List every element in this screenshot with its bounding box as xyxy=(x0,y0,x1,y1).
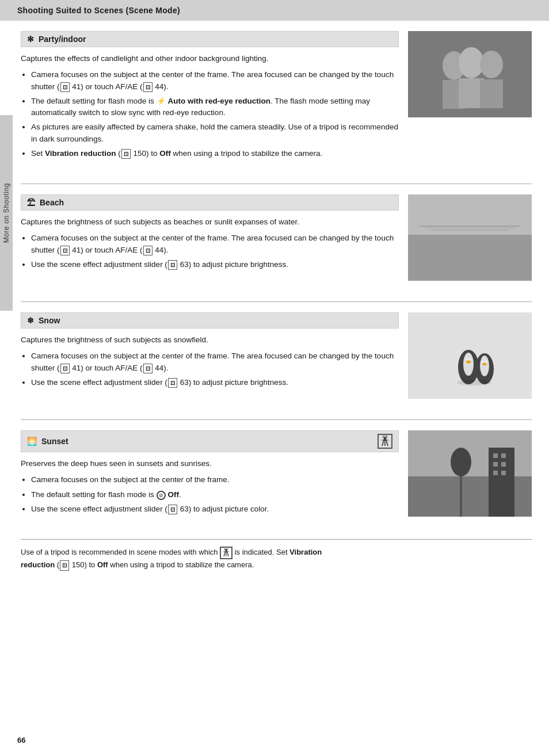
party-image xyxy=(408,31,532,117)
party-description: Captures the effects of candlelight and … xyxy=(21,53,399,64)
party-bullet-4: Set Vibration reduction (⊡ 150) to Off w… xyxy=(31,148,399,159)
sunset-bullet-1: Camera focuses on the subject at the cen… xyxy=(31,474,399,486)
party-bullet-1: Camera focuses on the subject at the cen… xyxy=(31,69,399,93)
beach-svg xyxy=(408,194,532,281)
sunset-bullet-3: Use the scene effect adjustment slider (… xyxy=(31,503,399,515)
svg-point-18 xyxy=(466,358,468,360)
sunset-section: 🌅 Sunset Preserves the xyxy=(21,430,532,528)
snow-header: ❄ Snow xyxy=(21,312,399,329)
svg-rect-41 xyxy=(493,471,498,475)
divider-3 xyxy=(21,419,532,420)
ref-icon-6: ⊡ xyxy=(168,260,177,270)
snow-bullets: Camera focuses on the subject at the cen… xyxy=(21,350,399,388)
sidebar-text: More on Shooting xyxy=(2,183,10,243)
beach-left: ⛱ Beach Captures the brightness of such … xyxy=(21,194,399,281)
beach-description: Captures the brightness of such subjects… xyxy=(21,216,399,228)
svg-point-17 xyxy=(463,353,474,376)
beach-bullet-2: Use the scene effect adjustment slider (… xyxy=(31,259,399,270)
ref-icon-11: ⊡ xyxy=(60,560,69,571)
svg-point-20 xyxy=(466,361,471,364)
footer-text2: is indicated. Set xyxy=(235,548,289,556)
sunset-title: Sunset xyxy=(41,437,68,446)
party-svg xyxy=(408,31,532,117)
divider-2 xyxy=(21,301,532,302)
party-title: Party/indoor xyxy=(39,35,86,44)
svg-rect-7 xyxy=(408,31,532,117)
snow-image xyxy=(408,312,532,399)
footer-text3: when using a tripod to stabilize the cam… xyxy=(110,560,254,569)
ref-icon-2: ⊡ xyxy=(143,82,152,92)
snow-left: ❄ Snow Captures the brightness of such s… xyxy=(21,312,399,399)
svg-point-23 xyxy=(480,356,489,376)
ref-icon-7: ⊡ xyxy=(60,364,70,373)
beach-header: ⛱ Beach xyxy=(21,194,399,211)
beach-image-container xyxy=(408,194,532,281)
svg-point-25 xyxy=(485,360,487,362)
svg-rect-9 xyxy=(408,194,532,235)
snow-image-container xyxy=(408,312,532,399)
party-icon: ✻ xyxy=(27,35,34,44)
sunset-svg xyxy=(408,430,532,517)
footer-ref: (⊡ 150) to xyxy=(57,560,97,569)
sunset-left: 🌅 Sunset Preserves the xyxy=(21,430,399,518)
page-header: Shooting Suited to Scenes (Scene Mode) xyxy=(0,0,549,21)
tripod-svg xyxy=(380,436,390,447)
svg-point-27 xyxy=(457,380,491,385)
ref-icon-4: ⊡ xyxy=(60,246,70,255)
sunset-title-group: 🌅 Sunset xyxy=(27,437,68,446)
beach-image xyxy=(408,194,532,281)
off-label: Off xyxy=(159,149,171,158)
sunset-image xyxy=(408,430,532,517)
sunset-image-container xyxy=(408,430,532,518)
off-label-2: Off xyxy=(167,490,179,499)
party-header: ✻ Party/indoor xyxy=(21,31,399,47)
svg-point-26 xyxy=(483,363,487,365)
ref-icon: ⊡ xyxy=(60,82,70,92)
sunset-icon: 🌅 xyxy=(27,437,37,446)
ref-icon-3: ⊡ xyxy=(121,149,131,159)
snow-bullet-2: Use the scene effect adjustment slider (… xyxy=(31,377,399,388)
beach-title: Beach xyxy=(40,198,64,207)
party-img-inner xyxy=(408,31,532,117)
snow-description: Captures the brightness of such subjects… xyxy=(21,334,399,346)
sunset-header: 🌅 Sunset xyxy=(21,430,399,452)
header-title: Shooting Suited to Scenes (Scene Mode) xyxy=(17,6,180,15)
divider-1 xyxy=(21,184,532,184)
svg-rect-38 xyxy=(501,453,506,458)
svg-rect-10 xyxy=(408,235,532,281)
ref-icon-5: ⊡ xyxy=(143,246,152,255)
footer-off-bold: Off xyxy=(97,560,108,569)
ref-icon-8: ⊡ xyxy=(143,364,152,373)
party-bullet-3: As pictures are easily affected by camer… xyxy=(31,121,399,145)
vibration-reduction-label: Vibration reduction xyxy=(45,149,116,158)
svg-point-24 xyxy=(482,360,484,362)
snow-bullet-1: Camera focuses on the subject at the cen… xyxy=(31,350,399,374)
party-bullet-2: The default setting for flash mode is ⚡ … xyxy=(31,96,399,119)
party-section: ✻ Party/indoor Captures the effects of c… xyxy=(21,31,532,172)
beach-bullet-1: Camera focuses on the subject at the cen… xyxy=(31,232,399,256)
svg-rect-42 xyxy=(501,471,506,475)
svg-point-19 xyxy=(469,358,471,360)
svg-rect-37 xyxy=(493,453,498,458)
footer-tripod-svg xyxy=(222,548,230,558)
page-content: ✻ Party/indoor Captures the effects of c… xyxy=(0,21,549,594)
auto-redeye-label: Auto with red-eye reduction xyxy=(167,97,270,105)
sunset-description: Preserves the deep hues seen in sunsets … xyxy=(21,458,399,469)
svg-rect-40 xyxy=(501,462,506,467)
beach-icon: ⛱ xyxy=(27,198,35,207)
party-image-container xyxy=(408,31,532,163)
beach-section: ⛱ Beach Captures the brightness of such … xyxy=(21,194,532,290)
footer-note: Use of a tripod is recommended in scene … xyxy=(21,539,532,571)
beach-bullets: Camera focuses on the subject at the cen… xyxy=(21,232,399,270)
no-flash-icon: ⊘ xyxy=(157,491,166,500)
sunset-header-row: 🌅 Sunset xyxy=(27,434,392,449)
snow-title: Snow xyxy=(39,316,60,325)
svg-point-44 xyxy=(451,448,471,476)
ref-icon-10: ⊡ xyxy=(168,505,177,514)
svg-rect-39 xyxy=(493,462,498,467)
snow-section: ❄ Snow Captures the brightness of such s… xyxy=(21,312,532,408)
footer-text: Use of a tripod is recommended in scene … xyxy=(21,548,220,556)
sunset-bullet-2: The default setting for flash mode is ⊘ … xyxy=(31,489,399,501)
ref-icon-9: ⊡ xyxy=(168,378,177,388)
party-left: ✻ Party/indoor Captures the effects of c… xyxy=(21,31,399,163)
